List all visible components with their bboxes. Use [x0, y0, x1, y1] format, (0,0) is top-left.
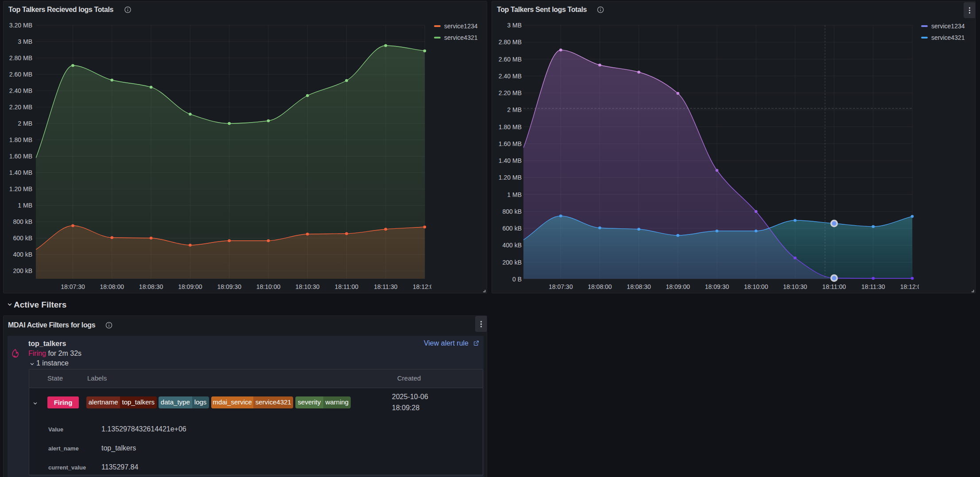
svg-text:2.80 MB: 2.80 MB	[9, 54, 32, 62]
svg-text:18:10:30: 18:10:30	[295, 283, 320, 290]
svg-text:400 kB: 400 kB	[502, 242, 522, 249]
svg-text:18:08:30: 18:08:30	[627, 283, 651, 290]
svg-text:1.60 MB: 1.60 MB	[499, 140, 522, 147]
svg-text:18:11:00: 18:11:00	[335, 283, 359, 290]
svg-text:2 MB: 2 MB	[507, 106, 522, 113]
svg-text:2.20 MB: 2.20 MB	[499, 89, 522, 96]
svg-text:1.20 MB: 1.20 MB	[499, 174, 522, 181]
svg-text:18:09:00: 18:09:00	[178, 283, 202, 290]
svg-text:200 kB: 200 kB	[13, 267, 32, 274]
svg-text:18:11:30: 18:11:30	[374, 283, 398, 290]
svg-text:1.80 MB: 1.80 MB	[9, 136, 32, 143]
svg-text:800 kB: 800 kB	[502, 208, 522, 215]
svg-text:18:12:00: 18:12:00	[900, 283, 925, 290]
svg-text:18:09:30: 18:09:30	[705, 283, 729, 290]
svg-text:3 MB: 3 MB	[507, 22, 522, 29]
svg-text:2.40 MB: 2.40 MB	[499, 73, 522, 80]
svg-text:2.60 MB: 2.60 MB	[9, 71, 32, 78]
svg-text:400 kB: 400 kB	[13, 251, 32, 258]
svg-text:18:08:00: 18:08:00	[100, 283, 124, 290]
svg-text:2.20 MB: 2.20 MB	[9, 104, 32, 111]
svg-text:1.20 MB: 1.20 MB	[9, 185, 32, 192]
svg-text:2.80 MB: 2.80 MB	[499, 38, 522, 46]
svg-text:3 MB: 3 MB	[18, 38, 32, 45]
svg-text:18:07:30: 18:07:30	[549, 283, 573, 290]
svg-text:18:07:30: 18:07:30	[61, 283, 85, 290]
svg-text:3.20 MB: 3.20 MB	[9, 22, 32, 29]
svg-text:18:08:00: 18:08:00	[588, 283, 612, 290]
svg-text:18:10:00: 18:10:00	[744, 283, 768, 290]
svg-text:200 kB: 200 kB	[502, 259, 522, 266]
svg-text:18:09:00: 18:09:00	[666, 283, 690, 290]
svg-text:1 MB: 1 MB	[507, 191, 522, 198]
svg-text:800 kB: 800 kB	[13, 218, 32, 225]
svg-text:2.60 MB: 2.60 MB	[499, 56, 522, 63]
svg-text:1.40 MB: 1.40 MB	[9, 169, 32, 176]
svg-text:600 kB: 600 kB	[13, 235, 32, 242]
svg-text:18:11:00: 18:11:00	[822, 283, 846, 290]
svg-text:18:10:30: 18:10:30	[783, 283, 807, 290]
svg-text:2.40 MB: 2.40 MB	[9, 87, 32, 94]
svg-text:0 B: 0 B	[512, 276, 522, 283]
svg-text:1.60 MB: 1.60 MB	[9, 153, 32, 160]
svg-text:1 MB: 1 MB	[18, 202, 32, 209]
svg-text:1.80 MB: 1.80 MB	[499, 123, 522, 131]
svg-text:1.40 MB: 1.40 MB	[499, 157, 522, 164]
svg-text:18:11:30: 18:11:30	[861, 283, 885, 290]
svg-text:18:12:00: 18:12:00	[413, 283, 437, 290]
svg-text:600 kB: 600 kB	[502, 225, 522, 232]
svg-text:18:10:00: 18:10:00	[256, 283, 281, 290]
svg-text:18:09:30: 18:09:30	[217, 283, 241, 290]
svg-text:18:08:30: 18:08:30	[139, 283, 163, 290]
svg-text:2 MB: 2 MB	[18, 120, 32, 127]
